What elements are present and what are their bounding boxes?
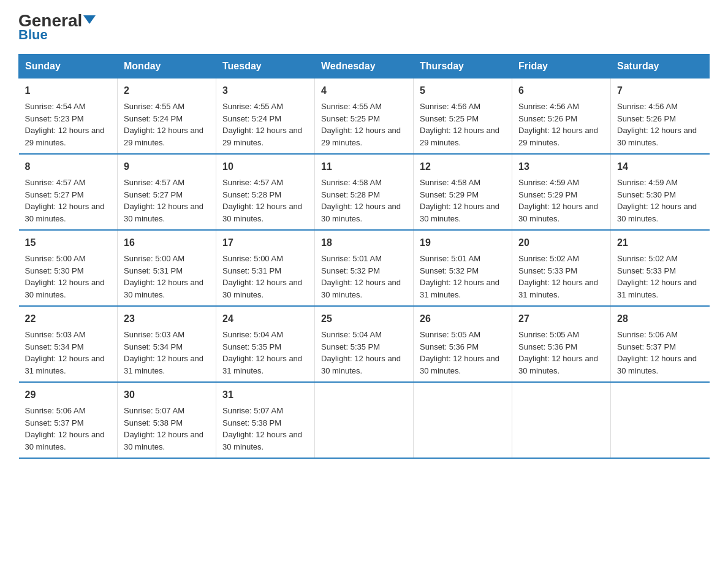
day-number: 1 xyxy=(25,83,112,98)
logo-blue: Blue xyxy=(18,27,48,43)
calendar-cell: 25Sunrise: 5:04 AMSunset: 5:35 PMDayligh… xyxy=(315,306,414,382)
day-sunrise: Sunrise: 5:06 AM xyxy=(25,406,86,415)
day-sunrise: Sunrise: 5:07 AM xyxy=(222,406,283,415)
day-sunrise: Sunrise: 4:55 AM xyxy=(222,102,283,111)
day-daylight: Daylight: 12 hours and 30 minutes. xyxy=(518,202,598,223)
day-sunset: Sunset: 5:31 PM xyxy=(124,266,183,275)
calendar-cell: 11Sunrise: 4:58 AMSunset: 5:28 PMDayligh… xyxy=(315,154,414,230)
calendar-cell xyxy=(315,382,414,458)
calendar-cell: 20Sunrise: 5:02 AMSunset: 5:33 PMDayligh… xyxy=(512,230,611,306)
day-sunrise: Sunrise: 4:59 AM xyxy=(617,178,678,187)
day-sunrise: Sunrise: 4:55 AM xyxy=(321,102,382,111)
day-sunrise: Sunrise: 5:00 AM xyxy=(25,254,86,263)
calendar-cell: 26Sunrise: 5:05 AMSunset: 5:36 PMDayligh… xyxy=(414,306,512,382)
day-daylight: Daylight: 12 hours and 30 minutes. xyxy=(617,126,697,147)
header-day-thursday: Thursday xyxy=(414,55,512,79)
day-number: 13 xyxy=(518,159,604,174)
day-sunset: Sunset: 5:24 PM xyxy=(124,114,183,123)
day-sunset: Sunset: 5:27 PM xyxy=(124,190,183,199)
day-sunset: Sunset: 5:29 PM xyxy=(518,190,577,199)
calendar-cell: 3Sunrise: 4:55 AMSunset: 5:24 PMDaylight… xyxy=(216,79,315,155)
day-number: 27 xyxy=(518,312,604,326)
day-sunrise: Sunrise: 5:02 AM xyxy=(518,254,579,263)
day-daylight: Daylight: 12 hours and 29 minutes. xyxy=(124,126,203,147)
day-daylight: Daylight: 12 hours and 30 minutes. xyxy=(222,430,302,451)
day-sunrise: Sunrise: 5:07 AM xyxy=(124,406,184,415)
logo: General Blue xyxy=(18,12,96,43)
calendar-cell: 19Sunrise: 5:01 AMSunset: 5:32 PMDayligh… xyxy=(414,230,512,306)
day-number: 30 xyxy=(124,388,210,402)
day-number: 10 xyxy=(222,159,308,174)
day-number: 8 xyxy=(25,159,112,174)
day-sunrise: Sunrise: 5:05 AM xyxy=(518,330,579,339)
day-sunrise: Sunrise: 5:04 AM xyxy=(321,330,382,339)
day-number: 9 xyxy=(124,159,210,174)
calendar-cell: 17Sunrise: 5:00 AMSunset: 5:31 PMDayligh… xyxy=(216,230,315,306)
day-sunset: Sunset: 5:33 PM xyxy=(617,266,676,275)
calendar-cell: 27Sunrise: 5:05 AMSunset: 5:36 PMDayligh… xyxy=(512,306,611,382)
day-daylight: Daylight: 12 hours and 30 minutes. xyxy=(321,202,401,223)
calendar-cell: 4Sunrise: 4:55 AMSunset: 5:25 PMDaylight… xyxy=(315,79,414,155)
day-sunrise: Sunrise: 5:04 AM xyxy=(222,330,283,339)
calendar-cell: 30Sunrise: 5:07 AMSunset: 5:38 PMDayligh… xyxy=(118,382,216,458)
day-daylight: Daylight: 12 hours and 29 minutes. xyxy=(222,126,302,147)
day-daylight: Daylight: 12 hours and 30 minutes. xyxy=(25,202,105,223)
day-number: 24 xyxy=(222,312,308,326)
day-daylight: Daylight: 12 hours and 30 minutes. xyxy=(518,354,598,375)
day-number: 6 xyxy=(518,83,604,98)
calendar-cell: 15Sunrise: 5:00 AMSunset: 5:30 PMDayligh… xyxy=(19,230,118,306)
day-sunset: Sunset: 5:24 PM xyxy=(222,114,281,123)
day-daylight: Daylight: 12 hours and 29 minutes. xyxy=(25,126,105,147)
day-sunrise: Sunrise: 4:54 AM xyxy=(25,102,86,111)
calendar-cell: 10Sunrise: 4:57 AMSunset: 5:28 PMDayligh… xyxy=(216,154,315,230)
calendar-table: SundayMondayTuesdayWednesdayThursdayFrid… xyxy=(18,54,710,459)
calendar-cell: 18Sunrise: 5:01 AMSunset: 5:32 PMDayligh… xyxy=(315,230,414,306)
day-number: 31 xyxy=(222,388,308,402)
day-sunrise: Sunrise: 4:57 AM xyxy=(124,178,184,187)
day-sunset: Sunset: 5:38 PM xyxy=(124,418,183,427)
day-sunrise: Sunrise: 4:55 AM xyxy=(124,102,184,111)
day-sunrise: Sunrise: 4:57 AM xyxy=(25,178,86,187)
calendar-header-row: SundayMondayTuesdayWednesdayThursdayFrid… xyxy=(19,55,710,79)
calendar-cell: 16Sunrise: 5:00 AMSunset: 5:31 PMDayligh… xyxy=(118,230,216,306)
day-sunrise: Sunrise: 5:03 AM xyxy=(124,330,184,339)
day-sunrise: Sunrise: 5:06 AM xyxy=(617,330,678,339)
calendar-week-row: 8Sunrise: 4:57 AMSunset: 5:27 PMDaylight… xyxy=(19,154,710,230)
day-sunset: Sunset: 5:25 PM xyxy=(420,114,479,123)
calendar-cell: 7Sunrise: 4:56 AMSunset: 5:26 PMDaylight… xyxy=(611,79,710,155)
calendar-week-row: 15Sunrise: 5:00 AMSunset: 5:30 PMDayligh… xyxy=(19,230,710,306)
day-sunset: Sunset: 5:27 PM xyxy=(25,190,84,199)
day-sunset: Sunset: 5:36 PM xyxy=(518,342,577,351)
header-day-saturday: Saturday xyxy=(611,55,710,79)
day-sunset: Sunset: 5:37 PM xyxy=(617,342,676,351)
day-daylight: Daylight: 12 hours and 31 minutes. xyxy=(420,278,499,299)
calendar-cell: 23Sunrise: 5:03 AMSunset: 5:34 PMDayligh… xyxy=(118,306,216,382)
day-sunrise: Sunrise: 4:56 AM xyxy=(518,102,579,111)
calendar-cell: 21Sunrise: 5:02 AMSunset: 5:33 PMDayligh… xyxy=(611,230,710,306)
calendar-cell: 2Sunrise: 4:55 AMSunset: 5:24 PMDaylight… xyxy=(118,79,216,155)
day-sunset: Sunset: 5:37 PM xyxy=(25,418,84,427)
day-sunrise: Sunrise: 4:58 AM xyxy=(321,178,382,187)
day-daylight: Daylight: 12 hours and 31 minutes. xyxy=(518,278,598,299)
day-daylight: Daylight: 12 hours and 29 minutes. xyxy=(420,126,499,147)
day-number: 2 xyxy=(124,83,210,98)
day-sunset: Sunset: 5:28 PM xyxy=(222,190,281,199)
header: General Blue xyxy=(18,12,710,43)
day-daylight: Daylight: 12 hours and 30 minutes. xyxy=(420,202,499,223)
calendar-cell: 13Sunrise: 4:59 AMSunset: 5:29 PMDayligh… xyxy=(512,154,611,230)
day-daylight: Daylight: 12 hours and 31 minutes. xyxy=(25,354,105,375)
day-daylight: Daylight: 12 hours and 30 minutes. xyxy=(222,278,302,299)
day-daylight: Daylight: 12 hours and 30 minutes. xyxy=(321,354,401,375)
calendar-cell: 9Sunrise: 4:57 AMSunset: 5:27 PMDaylight… xyxy=(118,154,216,230)
day-daylight: Daylight: 12 hours and 31 minutes. xyxy=(124,354,203,375)
day-number: 12 xyxy=(420,159,506,174)
calendar-cell: 6Sunrise: 4:56 AMSunset: 5:26 PMDaylight… xyxy=(512,79,611,155)
day-sunrise: Sunrise: 4:58 AM xyxy=(420,178,480,187)
day-number: 19 xyxy=(420,236,506,250)
header-day-sunday: Sunday xyxy=(19,55,118,79)
day-daylight: Daylight: 12 hours and 30 minutes. xyxy=(25,430,105,451)
day-number: 21 xyxy=(617,236,703,250)
day-sunset: Sunset: 5:26 PM xyxy=(518,114,577,123)
day-sunset: Sunset: 5:26 PM xyxy=(617,114,676,123)
day-number: 18 xyxy=(321,236,407,250)
